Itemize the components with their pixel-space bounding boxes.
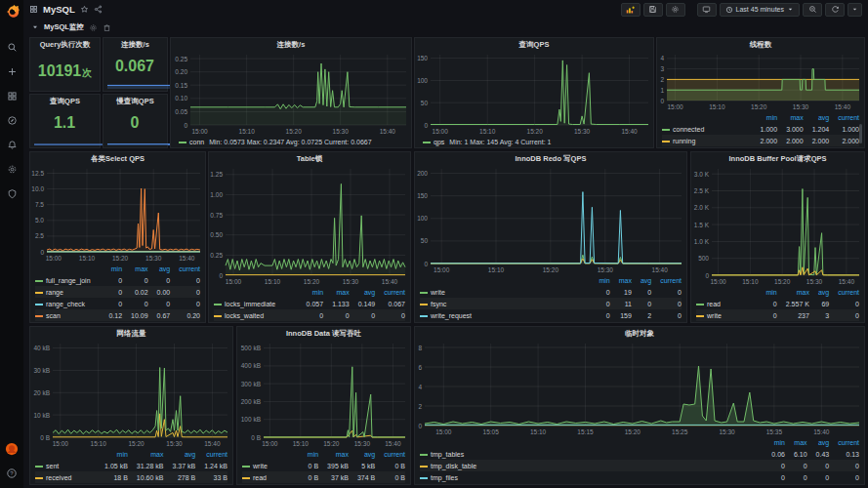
save-dashboard-button[interactable]: [643, 3, 663, 17]
chart-canvas[interactable]: 0246815:0015:0515:1015:1515:2015:2515:30…: [415, 341, 864, 436]
legend-row[interactable]: received18 B10.60 kB278 B33 B: [35, 471, 227, 483]
chart-canvas[interactable]: 05001.0 K1.5 K2.0 K2.5 K3.0 K15:0015:101…: [691, 166, 864, 286]
tv-mode-button[interactable]: [697, 3, 717, 17]
chart-canvas[interactable]: 05010015015:0015:1015:2015:3015:40: [415, 52, 653, 136]
legend-col-min[interactable]: min: [299, 448, 318, 460]
chart-canvas[interactable]: 02.55.07.510.012.515:0015:1015:2015:3015…: [30, 166, 205, 263]
legend-col-avg[interactable]: avg: [148, 263, 171, 274]
panel-title[interactable]: Table锁: [209, 152, 410, 166]
panel-title[interactable]: 连接数/s: [171, 38, 411, 52]
panel-title[interactable]: InnoDB Data 读写吞吐: [237, 327, 410, 341]
legend-col-current[interactable]: current: [375, 448, 405, 460]
chart-area[interactable]: 0 B10 kB20 kB30 kB40 kB15:0015:1015:2015…: [30, 341, 232, 448]
legend-scrollbar[interactable]: [859, 124, 862, 143]
chart-area[interactable]: 02.55.07.510.012.515:0015:1015:2015:3015…: [30, 166, 205, 263]
legend-col-max[interactable]: max: [122, 263, 148, 274]
legend-col-current[interactable]: current: [195, 448, 227, 460]
chart-canvas[interactable]: 0123415:0015:1015:2015:3015:40: [657, 52, 864, 111]
zoom-out-button[interactable]: [803, 3, 822, 17]
panel-title[interactable]: Query执行次数: [30, 38, 100, 52]
legend-col-current[interactable]: current: [829, 111, 859, 123]
legend-row[interactable]: read0 B37 kB374 B0 B: [242, 471, 405, 483]
panel-title[interactable]: 连接数/s: [103, 38, 167, 52]
chart-canvas[interactable]: 0 B100 kB200 kB300 kB400 kB500 kB15:0015…: [237, 341, 410, 448]
legend-row[interactable]: connected1.0003.0001.2041.000: [662, 123, 859, 135]
legend-col-min[interactable]: min: [590, 274, 609, 286]
chart-area[interactable]: 0246815:0015:0515:1015:1515:2015:2515:30…: [415, 341, 864, 436]
legend-col-max[interactable]: max: [785, 436, 807, 448]
legend-col-current[interactable]: current: [829, 286, 859, 298]
chart-canvas[interactable]: 05010015020015:0015:1015:2015:3015:40: [415, 166, 686, 274]
time-range-picker[interactable]: Last 45 minutes: [720, 3, 800, 17]
row-settings-icon[interactable]: [89, 23, 98, 32]
dashboard-grid-icon[interactable]: [29, 5, 38, 14]
grafana-logo[interactable]: [4, 3, 21, 20]
panel-title[interactable]: 线程数: [657, 38, 864, 52]
user-avatar[interactable]: [0, 436, 23, 461]
legend-col-max[interactable]: max: [128, 448, 164, 460]
legend-col-min[interactable]: min: [757, 286, 776, 298]
legend-col-max[interactable]: max: [777, 286, 809, 298]
legend-col-min[interactable]: min: [298, 286, 324, 298]
panel-title[interactable]: 慢查询QPS: [103, 95, 167, 108]
row-delete-icon[interactable]: [103, 23, 111, 32]
legend-col-avg[interactable]: avg: [350, 286, 376, 298]
legend-col-avg[interactable]: avg: [809, 286, 829, 298]
chart-canvas[interactable]: 00.050.100.150.200.2515:0015:1015:2015:3…: [171, 52, 411, 136]
legend-row[interactable]: tmp_tables0.066.100.430.13: [420, 448, 859, 460]
help-icon[interactable]: ?: [0, 461, 23, 485]
legend-col-current[interactable]: current: [375, 286, 405, 298]
panel-title[interactable]: 查询QPS: [415, 38, 653, 52]
legend-row[interactable]: read02.557 K690: [696, 298, 859, 309]
legend-col-current[interactable]: current: [829, 436, 859, 448]
legend-row[interactable]: sent1.05 kB31.28 kB3.37 kB1.24 kB: [35, 460, 227, 471]
legend-row[interactable]: locks_waited0000: [214, 309, 405, 321]
dashboard-settings-button[interactable]: [666, 3, 685, 17]
legend-row[interactable]: range_check0000: [35, 298, 200, 309]
legend-col-min[interactable]: min: [752, 111, 778, 123]
legend-row[interactable]: fsync01100: [420, 298, 682, 309]
share-icon[interactable]: [94, 5, 103, 14]
chart-area[interactable]: 0 B100 kB200 kB300 kB400 kB500 kB15:0015…: [237, 341, 410, 448]
add-panel-button[interactable]: [621, 3, 641, 17]
legend-col-max[interactable]: max: [323, 286, 350, 298]
legend-row[interactable]: write01900: [420, 286, 682, 298]
legend-item[interactable]: qpsMin: 1 Max: 145 Avg: 4 Current: 1: [423, 139, 551, 145]
panel-title[interactable]: 网络流量: [30, 327, 232, 341]
explore-icon[interactable]: [0, 108, 23, 133]
legend-col-min[interactable]: min: [100, 263, 122, 274]
legend-col-min[interactable]: min: [763, 436, 785, 448]
chart-area[interactable]: 05001.0 K1.5 K2.0 K2.5 K3.0 K15:0015:101…: [691, 166, 864, 286]
chart-area[interactable]: 0123415:0015:1015:2015:3015:40: [657, 52, 864, 111]
panel-title[interactable]: 查询QPS: [30, 95, 100, 108]
legend-row[interactable]: tmp_disk_table0000: [420, 460, 859, 471]
panel-title[interactable]: InnoDB Redo 写QPS: [415, 152, 686, 166]
legend-col-max[interactable]: max: [610, 274, 632, 286]
legend-col-avg[interactable]: avg: [804, 111, 830, 123]
legend-row[interactable]: full_range_join0000: [35, 274, 200, 286]
legend-row[interactable]: write0 B395 kB5 kB0 B: [242, 460, 405, 471]
legend-col-max[interactable]: max: [777, 111, 804, 123]
refresh-button[interactable]: [825, 3, 845, 17]
row-collapse-caret-icon[interactable]: [31, 23, 39, 31]
legend-col-avg[interactable]: avg: [349, 448, 375, 460]
legend-row[interactable]: write023730: [696, 309, 859, 321]
dashboard-title[interactable]: MySQL: [43, 4, 75, 15]
dashboard-row-header[interactable]: MySQL监控: [23, 20, 111, 34]
legend-row[interactable]: tmp_files0000: [420, 471, 859, 483]
chart-area[interactable]: 00.050.100.150.200.2515:0015:1015:2015:3…: [171, 52, 411, 136]
refresh-interval-dropdown[interactable]: [847, 3, 862, 17]
panel-title[interactable]: InnoDB Buffer Pool请求QPS: [691, 152, 864, 166]
legend-col-avg[interactable]: avg: [164, 448, 196, 460]
legend-col-max[interactable]: max: [318, 448, 349, 460]
chart-area[interactable]: 00.250.500.751.001.2515:0015:1015:2015:3…: [209, 166, 410, 286]
legend-col-avg[interactable]: avg: [807, 436, 830, 448]
chart-canvas[interactable]: 0 B10 kB20 kB30 kB40 kB15:0015:1015:2015…: [30, 341, 232, 448]
chart-area[interactable]: 05010015020015:0015:1015:2015:3015:40: [415, 166, 686, 274]
admin-shield-icon[interactable]: [0, 182, 23, 206]
legend-row[interactable]: locks_immediate0.0571.1330.1490.067: [214, 298, 405, 309]
create-icon[interactable]: [0, 60, 23, 84]
legend-row[interactable]: write_request015920: [420, 309, 682, 321]
legend-col-current[interactable]: current: [170, 263, 200, 274]
dashboards-icon[interactable]: [0, 84, 23, 108]
